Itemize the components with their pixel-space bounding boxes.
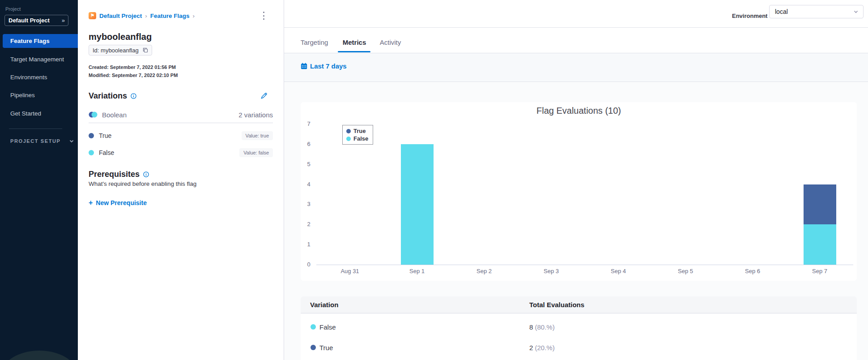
variation-value-chip: Value: true bbox=[242, 131, 273, 140]
variation-color-dot bbox=[89, 133, 94, 138]
x-axis-line bbox=[316, 265, 853, 265]
y-tick-label: 2 bbox=[301, 221, 317, 227]
prerequisites-description: What's required before enabling this fla… bbox=[89, 180, 196, 187]
variation-name: True bbox=[99, 132, 111, 139]
row-variation-name: False bbox=[319, 323, 336, 331]
breadcrumb-default-project[interactable]: Default Project bbox=[99, 13, 142, 19]
x-tick-label: Sep 7 bbox=[786, 268, 853, 274]
legend-item-true[interactable]: True bbox=[346, 128, 368, 134]
copy-icon[interactable] bbox=[143, 47, 148, 53]
flag-tabs: TargetingMetricsActivity bbox=[284, 28, 868, 53]
edit-variations-icon[interactable] bbox=[260, 92, 268, 100]
breadcrumb: ⚑ Default Project › Feature Flags › bbox=[89, 12, 195, 19]
variation-type-row: Boolean 2 variations bbox=[89, 109, 273, 120]
chevron-down-icon bbox=[69, 138, 74, 144]
variation-color-dot bbox=[89, 150, 94, 155]
variation-name: False bbox=[99, 149, 114, 156]
active-tab-underline bbox=[338, 51, 370, 52]
y-tick-label: 1 bbox=[301, 241, 317, 248]
y-tick-label: 3 bbox=[301, 201, 317, 207]
y-tick-label: 7 bbox=[301, 121, 317, 127]
flag-id-text: Id: mybooleanflag bbox=[93, 47, 139, 54]
double-chevron-icon: » bbox=[62, 17, 64, 24]
sidebar-divider bbox=[9, 129, 62, 129]
legend-dot bbox=[346, 129, 351, 133]
project-selector[interactable]: Default Project » bbox=[4, 15, 68, 26]
row-variation-name: True bbox=[319, 344, 333, 351]
sidebar-item-environments[interactable]: Environments bbox=[0, 70, 78, 84]
evaluations-table: Variation Total Evaluations False8 (80.%… bbox=[301, 296, 857, 360]
plus-icon: + bbox=[89, 199, 93, 207]
project-selector-value: Default Project bbox=[9, 17, 50, 24]
variation-value-chip: Value: false bbox=[239, 148, 273, 157]
row-total: 8 (80.%) bbox=[529, 323, 857, 331]
table-row-true: True2 (20.%) bbox=[301, 337, 857, 358]
environment-value: local bbox=[775, 8, 788, 15]
date-range-label: Last 7 days bbox=[310, 62, 347, 70]
boolean-type-icon bbox=[89, 111, 98, 118]
project-setup-label: PROJECT SETUP bbox=[10, 138, 61, 144]
sidebar: Project Default Project » Feature FlagsT… bbox=[0, 0, 78, 360]
environment-topbar: Environment local bbox=[284, 0, 868, 28]
sidebar-item-pipelines[interactable]: Pipelines bbox=[0, 88, 78, 102]
variation-row-false: FalseValue: false bbox=[89, 147, 273, 158]
date-range-band: Last 7 days bbox=[284, 53, 868, 82]
sidebar-item-target-management[interactable]: Target Management bbox=[0, 52, 78, 66]
kebab-menu-icon[interactable] bbox=[260, 10, 267, 21]
tab-targeting[interactable]: Targeting bbox=[301, 39, 328, 46]
x-tick-label: Sep 5 bbox=[652, 268, 719, 274]
sidebar-item-feature-flags[interactable]: Feature Flags bbox=[3, 34, 78, 48]
sidebar-item-project-setup[interactable]: PROJECT SETUP bbox=[10, 138, 74, 144]
new-prerequisite-button[interactable]: + New Prerequisite bbox=[89, 199, 147, 207]
sidebar-item-get-started[interactable]: Get Started bbox=[0, 107, 78, 120]
prerequisites-heading: Prerequisites bbox=[89, 170, 149, 179]
legend-dot bbox=[346, 137, 351, 141]
table-header: Variation Total Evaluations bbox=[301, 296, 857, 313]
x-tick-label: Sep 6 bbox=[719, 268, 786, 274]
environment-select[interactable]: local bbox=[769, 5, 864, 18]
flag-detail-panel: ⚑ Default Project › Feature Flags › mybo… bbox=[78, 0, 284, 360]
variation-color-dot bbox=[311, 345, 316, 350]
x-tick-label: Sep 3 bbox=[518, 268, 585, 274]
y-tick-label: 0 bbox=[301, 261, 317, 268]
flag-id-chip[interactable]: Id: mybooleanflag bbox=[89, 45, 152, 56]
bar-false-sep-1 bbox=[401, 144, 434, 265]
flag-evaluations-chart: Flag Evaluations (10) TrueFalse 01234567… bbox=[301, 102, 857, 281]
chevron-down-icon bbox=[853, 9, 859, 14]
x-tick-label: Sep 1 bbox=[383, 268, 451, 274]
info-icon[interactable] bbox=[131, 93, 136, 99]
bar-true-sep-7 bbox=[804, 184, 836, 225]
date-range-button[interactable]: Last 7 days bbox=[301, 62, 347, 70]
variation-count: 2 variations bbox=[238, 111, 273, 119]
x-tick-label: Aug 31 bbox=[316, 268, 383, 274]
metrics-content: Flag Evaluations (10) TrueFalse 01234567… bbox=[284, 82, 868, 360]
info-icon[interactable] bbox=[143, 171, 149, 177]
variations-heading: Variations bbox=[89, 91, 136, 101]
help-widget[interactable] bbox=[2, 351, 77, 360]
flag-title: mybooleanflag bbox=[89, 32, 152, 42]
col-variation: Variation bbox=[310, 301, 529, 309]
breadcrumb-separator: › bbox=[145, 13, 147, 19]
row-total: 2 (20.%) bbox=[529, 344, 857, 351]
legend-item-false[interactable]: False bbox=[346, 135, 368, 142]
x-tick-label: Sep 4 bbox=[585, 268, 652, 274]
flag-created: Created: September 7, 2022 01:56 PM bbox=[89, 64, 176, 70]
breadcrumb-separator: › bbox=[193, 13, 195, 19]
breadcrumb-feature-flags[interactable]: Feature Flags bbox=[150, 13, 190, 19]
variation-row-true: TrueValue: true bbox=[89, 130, 273, 141]
y-tick-label: 5 bbox=[301, 161, 317, 167]
x-tick-label: Sep 2 bbox=[451, 268, 518, 274]
table-row-false: False8 (80.%) bbox=[301, 317, 857, 337]
tab-activity[interactable]: Activity bbox=[380, 39, 401, 46]
environment-label: Environment bbox=[732, 13, 767, 19]
y-tick-label: 4 bbox=[301, 181, 317, 188]
divider bbox=[89, 123, 273, 123]
bar-false-sep-7 bbox=[804, 224, 836, 265]
feature-flags-module-icon: ⚑ bbox=[89, 12, 96, 19]
col-total-evaluations: Total Evaluations bbox=[529, 301, 857, 309]
tab-metrics[interactable]: Metrics bbox=[343, 39, 366, 46]
chart-title: Flag Evaluations (10) bbox=[301, 106, 857, 116]
flag-modified: Modified: September 7, 2022 02:10 PM bbox=[89, 73, 178, 78]
variation-type-label: Boolean bbox=[102, 111, 127, 119]
chart-legend: TrueFalse bbox=[342, 125, 373, 145]
